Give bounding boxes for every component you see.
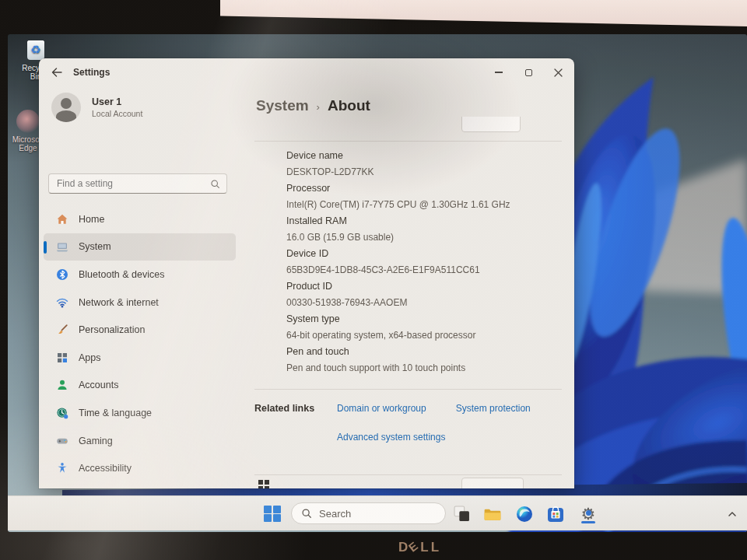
clipped-row-windows-icon xyxy=(258,480,269,488)
breadcrumb-chevron-icon: › xyxy=(317,100,320,113)
user-name: User 1 xyxy=(92,96,142,107)
selected-accent-bar xyxy=(44,241,47,254)
chevron-up-icon xyxy=(728,510,737,517)
photo-scene: ♻ Recycle Bin Microsoft Edge Settings xyxy=(0,0,747,560)
windows-logo-icon xyxy=(264,506,281,523)
sidebar-item-network-internet[interactable]: Network & internet xyxy=(44,289,236,317)
home-icon xyxy=(56,213,68,226)
tray-overflow-button[interactable] xyxy=(722,496,742,531)
person-icon xyxy=(56,379,68,391)
sidebar-nav: Home System Bluetooth & devices Network … xyxy=(39,205,244,488)
taskbar-search-label: Search xyxy=(319,508,351,520)
microsoft-store-button[interactable] xyxy=(545,496,566,531)
back-button[interactable] xyxy=(47,64,67,81)
start-button[interactable] xyxy=(261,496,283,531)
breadcrumb: System › About xyxy=(256,94,370,117)
about-page: System › About Device nameDESKTOP-L2D77K… xyxy=(244,86,574,488)
clipped-button-top xyxy=(461,117,521,134)
arrow-left-icon xyxy=(51,68,62,77)
find-a-setting-input[interactable] xyxy=(49,178,210,189)
window-title: Settings xyxy=(73,58,110,86)
file-explorer-button[interactable] xyxy=(482,496,503,531)
related-links: Related links Domain or workgroup System… xyxy=(254,401,566,445)
close-icon xyxy=(554,68,563,77)
spec-row: Device ID65B3D9E4-1DB8-45C3-A2E6-E1F9A51… xyxy=(286,246,566,278)
accessibility-person-icon xyxy=(56,462,68,474)
wifi-icon xyxy=(56,296,68,309)
sidebar-item-home[interactable]: Home xyxy=(44,205,236,233)
edge-icon xyxy=(516,506,533,523)
maximize-icon xyxy=(525,69,532,76)
link-advanced-system-settings[interactable]: Advanced system settings xyxy=(337,432,445,443)
folder-icon xyxy=(483,506,502,522)
avatar xyxy=(51,93,81,122)
clock-globe-icon xyxy=(56,407,68,419)
clipped-button[interactable] xyxy=(461,117,521,132)
user-account-type: Local Account xyxy=(92,109,142,118)
gamepad-icon xyxy=(56,435,68,447)
paintbrush-icon xyxy=(56,324,68,336)
spec-row: Installed RAM16.0 GB (15.9 GB usable) xyxy=(286,213,566,246)
gear-center-dot xyxy=(586,510,591,516)
clipped-row-button[interactable] xyxy=(461,478,524,488)
divider xyxy=(254,474,562,475)
sidebar-item-privacy-security[interactable]: Privacy & security xyxy=(44,482,236,488)
task-view-icon xyxy=(454,506,470,522)
settings-window: Settings User 1 Loca xyxy=(39,58,574,488)
sidebar-item-time-language[interactable]: Time & language xyxy=(44,399,236,427)
maximize-button[interactable] xyxy=(514,61,543,83)
search-icon xyxy=(301,508,312,519)
window-titlebar[interactable]: Settings xyxy=(39,58,574,86)
spec-row: Pen and touchPen and touch support with … xyxy=(286,344,566,376)
divider xyxy=(254,141,562,142)
sidebar-item-personalization[interactable]: Personalization xyxy=(44,316,236,344)
divider xyxy=(254,389,562,390)
laptop-bezel: DELL xyxy=(0,532,747,560)
link-system-protection[interactable]: System protection xyxy=(456,401,531,416)
related-links-heading: Related links xyxy=(254,401,329,445)
system-icon xyxy=(56,240,68,253)
find-a-setting-box[interactable] xyxy=(48,173,227,194)
background-wall xyxy=(220,0,747,26)
link-domain-or-workgroup[interactable]: Domain or workgroup xyxy=(337,401,426,416)
sidebar-item-bluetooth-devices[interactable]: Bluetooth & devices xyxy=(44,261,236,289)
dell-logo: DELL xyxy=(398,540,441,555)
device-specifications: Device nameDESKTOP-L2D77KK ProcessorInte… xyxy=(286,148,566,376)
search-icon xyxy=(210,179,220,189)
sidebar-item-accessibility[interactable]: Accessibility xyxy=(44,454,236,482)
laptop-screen: ♻ Recycle Bin Microsoft Edge Settings xyxy=(8,34,747,532)
active-app-indicator xyxy=(581,521,595,523)
settings-sidebar: User 1 Local Account Home xyxy=(39,86,244,488)
edge-faded-icon xyxy=(16,110,40,133)
spec-row: System type64-bit operating system, x64-… xyxy=(286,311,566,344)
spec-row: Device nameDESKTOP-L2D77KK xyxy=(286,148,566,180)
taskbar-search[interactable]: Search xyxy=(291,502,446,524)
user-account-block[interactable]: User 1 Local Account xyxy=(51,93,142,122)
edge-browser-button[interactable] xyxy=(514,496,535,531)
sidebar-item-apps[interactable]: Apps xyxy=(44,344,236,372)
spec-row: Product ID00330-51938-76943-AAOEM xyxy=(286,278,566,311)
spec-row: ProcessorIntel(R) Core(TM) i7-7Y75 CPU @… xyxy=(286,180,566,213)
store-icon xyxy=(547,506,564,523)
apps-grid-icon xyxy=(56,352,68,364)
minimize-icon xyxy=(495,72,503,72)
settings-app-button[interactable]: ⚙ xyxy=(577,496,600,531)
taskbar: Search ⚙ xyxy=(8,495,747,530)
bluetooth-icon xyxy=(56,268,68,281)
sidebar-item-system[interactable]: System xyxy=(44,233,236,261)
close-button[interactable] xyxy=(543,61,573,83)
task-view-button[interactable] xyxy=(451,496,472,531)
sidebar-item-accounts[interactable]: Accounts xyxy=(44,372,236,400)
sidebar-item-gaming[interactable]: Gaming xyxy=(44,427,236,455)
breadcrumb-system[interactable]: System xyxy=(256,97,309,114)
minimize-button[interactable] xyxy=(484,61,514,83)
page-title: About xyxy=(328,97,370,114)
